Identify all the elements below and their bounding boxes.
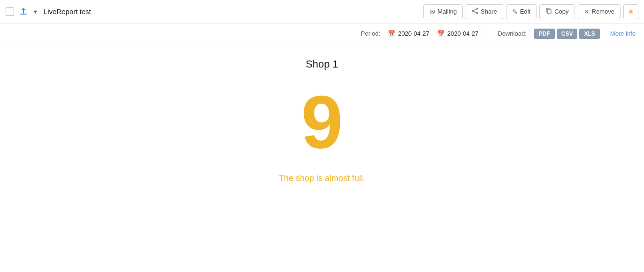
pencil-icon: ✎ <box>512 8 518 15</box>
toolbar-right: ✉ Mailing Share ✎ Edit <box>423 4 638 19</box>
csv-button[interactable]: CSV <box>557 29 578 39</box>
shop-title: Shop 1 <box>306 58 338 70</box>
toolbar-left: ▼ LiveReport test <box>6 7 423 16</box>
mailing-button[interactable]: ✉ Mailing <box>423 4 463 19</box>
download-label: Download: <box>498 30 526 37</box>
pdf-button[interactable]: PDF <box>534 29 555 39</box>
status-message: The shop is almost full. <box>279 174 365 183</box>
toolbar: ▼ LiveReport test ✉ Mailing Share ✎ Edit <box>0 0 644 23</box>
remove-label: Remove <box>592 8 614 15</box>
favorite-button[interactable]: ★ <box>623 4 638 19</box>
upload-icon[interactable] <box>19 7 28 16</box>
vertical-divider <box>488 29 488 38</box>
share-icon <box>472 8 478 15</box>
svg-point-1 <box>476 12 478 14</box>
big-value: 9 <box>301 84 343 159</box>
svg-rect-5 <box>547 9 551 14</box>
more-info-link[interactable]: More info <box>610 30 636 37</box>
main-content: Shop 1 9 The shop is almost full. <box>0 44 644 272</box>
date-end: 2020-04-27 <box>447 30 479 37</box>
share-label: Share <box>481 8 497 15</box>
calendar-end-icon: 📅 <box>437 30 445 37</box>
svg-line-4 <box>474 11 476 13</box>
dropdown-arrow-icon[interactable]: ▼ <box>33 9 38 15</box>
svg-line-3 <box>474 9 476 10</box>
date-start: 2020-04-27 <box>398 30 429 37</box>
edit-label: Edit <box>520 8 530 15</box>
copy-button[interactable]: Copy <box>539 4 575 19</box>
download-buttons: PDF CSV XLS <box>534 29 600 39</box>
period-bar: Period: 📅 2020-04-27 - 📅 2020-04-27 Down… <box>0 23 644 44</box>
select-checkbox[interactable] <box>6 8 14 16</box>
svg-point-0 <box>476 8 478 9</box>
remove-button[interactable]: ✕ Remove <box>578 4 621 19</box>
date-separator: - <box>432 30 434 37</box>
svg-point-2 <box>472 10 474 12</box>
period-dates: 📅 2020-04-27 - 📅 2020-04-27 <box>388 30 478 37</box>
copy-icon <box>545 8 552 15</box>
mailing-label: Mailing <box>437 8 457 15</box>
share-button[interactable]: Share <box>466 4 503 19</box>
period-label: Period: <box>361 30 380 37</box>
copy-label: Copy <box>554 8 568 15</box>
close-icon: ✕ <box>584 8 590 15</box>
xls-button[interactable]: XLS <box>579 29 599 39</box>
star-icon: ★ <box>628 7 634 16</box>
envelope-icon: ✉ <box>429 8 435 15</box>
calendar-start-icon: 📅 <box>388 30 395 37</box>
edit-button[interactable]: ✎ Edit <box>506 4 537 19</box>
report-title: LiveReport test <box>44 8 91 15</box>
